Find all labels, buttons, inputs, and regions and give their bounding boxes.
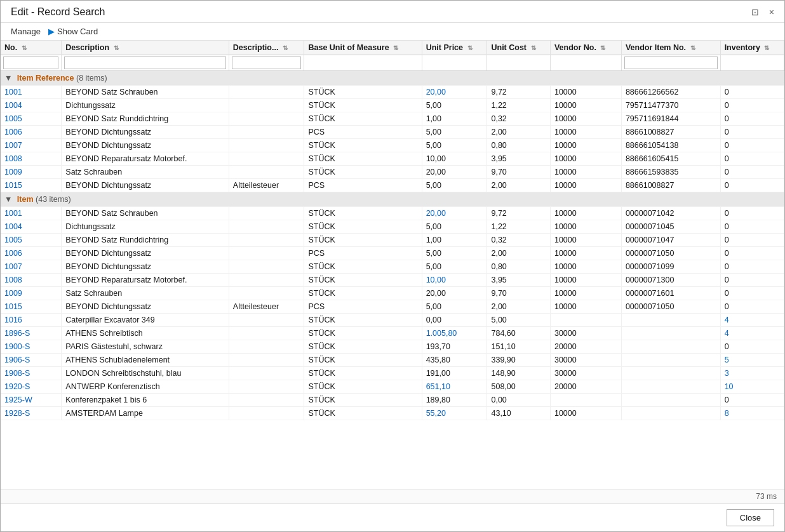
table-row[interactable]: 1920-SANTWERP KonferenztischSTÜCK651,105…	[1, 380, 784, 394]
cell-vendor-item-no	[621, 354, 720, 367]
cell-vendor-no: 10000	[550, 139, 621, 152]
table-row[interactable]: 1001BEYOND Satz SchraubenSTÜCK20,009,721…	[1, 207, 784, 220]
table-row[interactable]: 1006BEYOND DichtungssatzPCS5,002,0010000…	[1, 126, 784, 139]
table-row[interactable]: 1005BEYOND Satz RunddichtringSTÜCK1,000,…	[1, 112, 784, 126]
table-row[interactable]: 1009Satz SchraubenSTÜCK20,009,7010000000…	[1, 287, 784, 300]
records-table: No. ⇅ Description ⇅ Descriptio... ⇅ Ba	[1, 41, 784, 420]
table-row[interactable]: 1896-SATHENS SchreibtischSTÜCK1.005,8078…	[1, 327, 784, 340]
col-header-no[interactable]: No. ⇅	[1, 41, 62, 55]
table-row[interactable]: 1008BEYOND Reparatursatz Motorbef.STÜCK1…	[1, 152, 784, 166]
table-row[interactable]: 1015BEYOND DichtungssatzAltteilesteuerPC…	[1, 300, 784, 314]
cell-description2	[229, 86, 304, 99]
group-header-row[interactable]: ▼ Item (43 items)	[1, 192, 784, 207]
col-header-description[interactable]: Description ⇅	[62, 41, 229, 55]
cell-description2	[229, 234, 304, 247]
cell-description: Dichtungssatz	[62, 99, 229, 112]
cell-unit-cost: 5,00	[487, 314, 550, 327]
cell-vendor-no: 20000	[550, 340, 621, 354]
cell-inventory: 0	[720, 126, 784, 139]
filter-desc-input[interactable]	[64, 57, 226, 69]
cell-vendor-item-no	[621, 340, 720, 354]
table-row[interactable]: 1004DichtungssatzSTÜCK5,001,221000079571…	[1, 99, 784, 112]
cell-base-uom: PCS	[304, 126, 422, 139]
table-row[interactable]: 1009Satz SchraubenSTÜCK20,009,7010000886…	[1, 166, 784, 179]
cell-base-uom: STÜCK	[304, 166, 422, 179]
cell-vendor-no	[550, 394, 621, 407]
restore-button[interactable]: ⊡	[749, 6, 762, 18]
cell-vendor-no: 10000	[550, 300, 621, 314]
col-header-unit-cost[interactable]: Unit Cost ⇅	[487, 41, 550, 55]
table-row[interactable]: 1007BEYOND DichtungssatzSTÜCK5,000,80100…	[1, 260, 784, 274]
table-row[interactable]: 1016Caterpillar Excavator 349STÜCK0,005,…	[1, 314, 784, 327]
cell-description: ATHENS Schubladenelement	[62, 354, 229, 367]
cell-base-uom: STÜCK	[304, 220, 422, 234]
table-row[interactable]: 1906-SATHENS SchubladenelementSTÜCK435,8…	[1, 354, 784, 367]
cell-description: Caterpillar Excavator 349	[62, 314, 229, 327]
filter-desc2-input[interactable]	[232, 57, 302, 69]
table-row[interactable]: 1005BEYOND Satz RunddichtringSTÜCK1,000,…	[1, 234, 784, 247]
table-row[interactable]: 1007BEYOND DichtungssatzSTÜCK5,000,80100…	[1, 139, 784, 152]
cell-base-uom: STÜCK	[304, 112, 422, 126]
table-scroll[interactable]: No. ⇅ Description ⇅ Descriptio... ⇅ Ba	[1, 41, 784, 489]
close-window-button[interactable]: ×	[767, 6, 777, 18]
filter-price-cell	[422, 55, 487, 71]
filter-no-input[interactable]	[3, 57, 58, 69]
window-title: Edit - Record Search	[11, 6, 105, 18]
cell-no: 1005	[1, 112, 62, 126]
col-desc2-sort: ⇅	[283, 44, 288, 51]
col-header-vendor-item-no[interactable]: Vendor Item No. ⇅	[621, 41, 720, 55]
table-row[interactable]: 1900-SPARIS Gästestuhl, schwarzSTÜCK193,…	[1, 340, 784, 354]
filter-vendoritem-input[interactable]	[624, 57, 718, 69]
cell-no: 1006	[1, 126, 62, 139]
cell-vendor-item-no: 88661008827	[621, 126, 720, 139]
cell-description2: Altteilesteuer	[229, 179, 304, 192]
cell-no: 1004	[1, 99, 62, 112]
cell-description: BEYOND Satz Runddichtring	[62, 234, 229, 247]
col-header-inventory[interactable]: Inventory ⇅	[720, 41, 784, 55]
manage-menu[interactable]: Manage	[11, 27, 41, 36]
col-desc2-label: Descriptio...	[233, 43, 279, 52]
close-button[interactable]: Close	[727, 509, 774, 526]
col-header-description2[interactable]: Descriptio... ⇅	[229, 41, 304, 55]
cell-no: 1009	[1, 166, 62, 179]
cell-unit-price: 5,00	[422, 99, 487, 112]
cell-unit-cost: 9,72	[487, 207, 550, 220]
cell-unit-cost: 1,22	[487, 99, 550, 112]
cell-no: 1008	[1, 274, 62, 287]
table-row[interactable]: 1928-SAMSTERDAM LampeSTÜCK55,2043,101000…	[1, 407, 784, 420]
cell-no: 1009	[1, 287, 62, 300]
cell-description: BEYOND Dichtungssatz	[62, 126, 229, 139]
col-cost-sort: ⇅	[531, 44, 536, 51]
cell-description2	[229, 314, 304, 327]
cell-unit-cost: 0,80	[487, 260, 550, 274]
table-body: ▼ Item Reference (8 items)1001BEYOND Sat…	[1, 71, 784, 420]
col-header-unit-price[interactable]: Unit Price ⇅	[422, 41, 487, 55]
show-card-label: Show Card	[57, 27, 98, 36]
col-header-vendor-no[interactable]: Vendor No. ⇅	[550, 41, 621, 55]
cell-base-uom: STÜCK	[304, 99, 422, 112]
table-row[interactable]: 1001BEYOND Satz SchraubenSTÜCK20,009,721…	[1, 86, 784, 99]
cell-unit-price: 193,70	[422, 340, 487, 354]
table-row[interactable]: 1925-WKonferenzpaket 1 bis 6STÜCK189,800…	[1, 394, 784, 407]
cell-description: BEYOND Dichtungssatz	[62, 139, 229, 152]
cell-description2	[229, 112, 304, 126]
table-row[interactable]: 1004DichtungssatzSTÜCK5,001,221000000000…	[1, 220, 784, 234]
col-header-base-uom[interactable]: Base Unit of Measure ⇅	[304, 41, 422, 55]
group-header-row[interactable]: ▼ Item Reference (8 items)	[1, 71, 784, 86]
group-arrow-icon: ▼	[4, 74, 12, 83]
cell-vendor-no: 10000	[550, 126, 621, 139]
cell-unit-price: 1,00	[422, 112, 487, 126]
cell-unit-price: 20,00	[422, 207, 487, 220]
cell-vendor-no: 30000	[550, 354, 621, 367]
table-row[interactable]: 1008BEYOND Reparatursatz Motorbef.STÜCK1…	[1, 274, 784, 287]
table-row[interactable]: 1006BEYOND DichtungssatzPCS5,002,0010000…	[1, 247, 784, 260]
cell-unit-price: 5,00	[422, 300, 487, 314]
cell-base-uom: STÜCK	[304, 367, 422, 380]
filter-desc-cell	[62, 55, 229, 71]
show-card-button[interactable]: ▶ Show Card	[48, 27, 98, 36]
table-row[interactable]: 1015BEYOND DichtungssatzAltteilesteuerPC…	[1, 179, 784, 192]
title-bar: Edit - Record Search ⊡ ×	[1, 1, 784, 23]
cell-vendor-item-no: 886661593835	[621, 166, 720, 179]
cell-vendor-item-no	[621, 327, 720, 340]
table-row[interactable]: 1908-SLONDON Schreibtischstuhl, blauSTÜC…	[1, 367, 784, 380]
